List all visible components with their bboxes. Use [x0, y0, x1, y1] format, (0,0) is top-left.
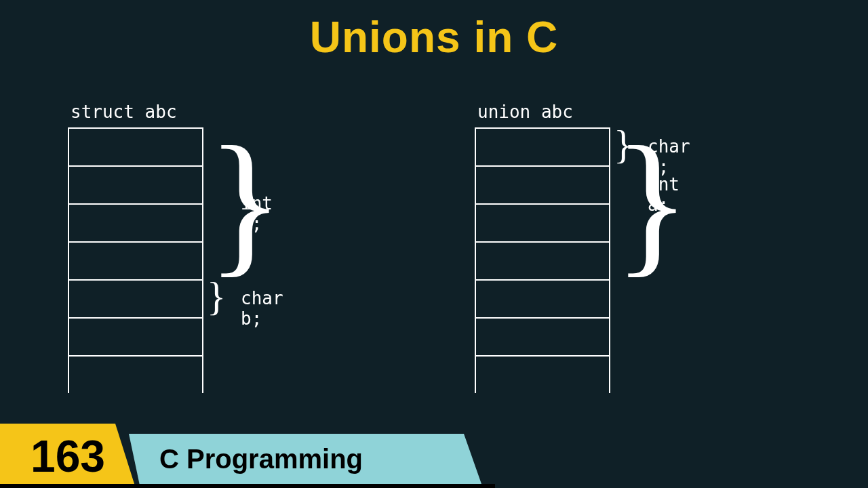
memory-cell [475, 203, 610, 241]
memory-cell [68, 165, 203, 203]
struct-diagram: struct abc }int a;}char b; [68, 102, 203, 393]
memory-cell [475, 355, 610, 393]
memory-cell [68, 355, 203, 393]
course-label-badge: C Programming [129, 434, 481, 484]
memory-cell [68, 203, 203, 241]
memory-cell [475, 241, 610, 279]
type-annotation: int a; [241, 193, 273, 234]
memory-cell [475, 317, 610, 355]
lesson-number-badge: 163 [0, 424, 136, 488]
memory-cell [68, 127, 203, 165]
memory-cell [475, 279, 610, 317]
memory-cell [68, 317, 203, 355]
type-annotation: int a; [648, 174, 679, 215]
memory-cell [68, 279, 203, 317]
memory-cell [475, 165, 610, 203]
union-label: union abc [475, 102, 610, 122]
page-title: Unions in C [310, 12, 559, 62]
memory-cell [68, 241, 203, 279]
union-diagram: union abc }char b;}int a; [475, 102, 610, 393]
memory-cell [475, 127, 610, 165]
footer-underline [0, 484, 495, 488]
union-memory-cells: }char b;}int a; [475, 127, 610, 393]
type-annotation: char b; [241, 288, 283, 329]
struct-memory-cells: }int a;}char b; [68, 127, 203, 393]
struct-label: struct abc [68, 102, 203, 122]
